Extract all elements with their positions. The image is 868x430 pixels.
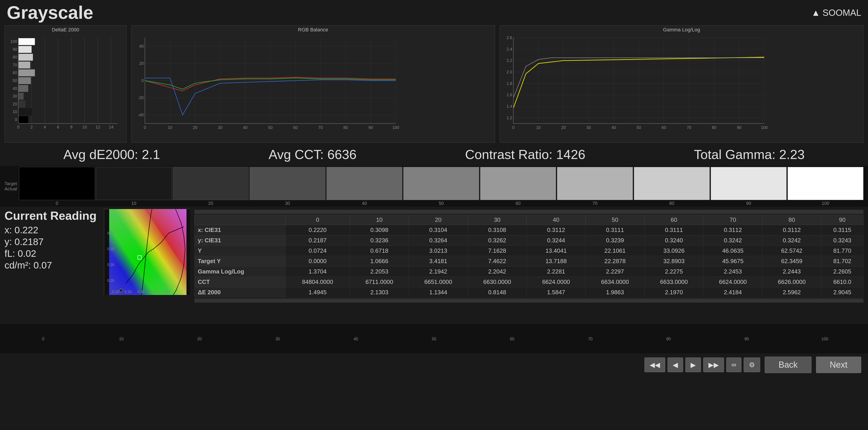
filmstrip-item[interactable]: 0 — [4, 336, 82, 341]
table-cell: 6651.0000 — [409, 277, 468, 287]
table-row: x: CIE310.22200.30980.31040.31080.31120.… — [195, 225, 864, 235]
filmstrip-label: 0 — [42, 337, 44, 341]
table-cell: 32.8903 — [645, 256, 704, 266]
table-cell: 7.1628 — [468, 246, 527, 256]
gamma-chart-title: Gamma Log/Log — [500, 26, 863, 33]
table-cell: 13.4041 — [527, 246, 586, 256]
table-row: Gamma Log/Log1.37042.20532.19422.20422.2… — [195, 266, 864, 277]
table-header: 0 — [285, 215, 350, 225]
current-reading-title: Current Reading — [4, 209, 99, 223]
table-cell: 81.770 — [821, 246, 863, 256]
swatch-box — [634, 167, 710, 200]
table-cell: 1.0666 — [350, 256, 409, 266]
header: Grayscale ▲ SOOMAL — [0, 0, 868, 25]
table-header — [195, 215, 285, 225]
table-cell: 2.2275 — [645, 266, 704, 277]
scroll-bar-top[interactable] — [194, 210, 864, 214]
filmstrip-item[interactable]: 80 — [630, 336, 707, 341]
swatches-row: Target Actual 0102030405060708090100 — [0, 166, 868, 207]
back-button[interactable]: Back — [765, 357, 811, 373]
swatch-item: 50 — [403, 166, 479, 207]
filmstrip-item[interactable]: 70 — [552, 336, 629, 341]
scroll-bar-bottom[interactable] — [194, 299, 864, 303]
table-cell: 2.1942 — [409, 266, 468, 277]
filmstrip-label: 10 — [119, 337, 124, 341]
nav-row: ◀◀ ◀ ▶ ▶▶ ∞ ⚙ Back Next — [0, 354, 868, 376]
settings-button[interactable]: ⚙ — [744, 358, 760, 372]
reading-fl: fL: 0.02 — [4, 248, 99, 259]
table-header: 10 — [350, 215, 409, 225]
table-cell: 0.3112 — [762, 225, 821, 235]
loop-button[interactable]: ∞ — [726, 358, 741, 372]
table-cell: 6624.0000 — [704, 277, 763, 287]
table-cell: 0.3111 — [645, 225, 704, 235]
filmstrip-item[interactable]: 20 — [161, 336, 238, 341]
filmstrip-item[interactable]: 90 — [708, 336, 785, 341]
table-cell: 1.9863 — [585, 287, 645, 298]
charts-row: DeltaE 2000 RGB Balance Gamma Log/Log — [0, 25, 868, 143]
filmstrip-item[interactable]: 10 — [83, 336, 160, 341]
table-cell: 6633.0000 — [645, 277, 704, 287]
contrast-ratio: Contrast Ratio: 1426 — [465, 147, 585, 162]
table-header: 40 — [527, 215, 586, 225]
table-row: ΔE 20001.49452.13031.13440.81481.58471.9… — [195, 287, 864, 298]
swatch-item: 70 — [557, 166, 633, 207]
swatch-label: 0 — [56, 200, 58, 207]
table-cell: 0.3239 — [585, 235, 645, 246]
table-cell: 0.3108 — [468, 225, 527, 235]
play-prev-button[interactable]: ◀ — [668, 358, 683, 372]
table-cell: 22.1061 — [585, 246, 645, 256]
table-row: y: CIE310.21870.32360.32640.32620.32440.… — [195, 235, 864, 246]
table-cell: 45.9675 — [704, 256, 763, 266]
table-cell: 0.0000 — [285, 256, 350, 266]
rewind-button[interactable]: ◀◀ — [645, 358, 665, 372]
filmstrip-item[interactable]: 40 — [317, 336, 395, 341]
swatch-item: 10 — [96, 166, 172, 207]
table-cell: 6634.0000 — [585, 277, 645, 287]
swatch-box — [480, 167, 556, 200]
filmstrip-item[interactable]: 50 — [395, 336, 473, 341]
reading-y: y: 0.2187 — [4, 236, 99, 247]
table-header: 90 — [821, 215, 863, 225]
table-cell: 0.3240 — [645, 235, 704, 246]
swatch-label: 70 — [592, 200, 597, 207]
swatch-box — [403, 167, 479, 200]
table-cell: 62.3459 — [762, 256, 821, 266]
filmstrip-item[interactable]: 30 — [239, 336, 316, 341]
swatch-box — [19, 167, 95, 200]
avg-cct: Avg CCT: 6636 — [269, 147, 356, 162]
swatch-label: 80 — [669, 200, 674, 207]
table-cell: 81.702 — [821, 256, 863, 266]
table-cell: 6610.0 — [821, 277, 863, 287]
filmstrip-label: 100 — [822, 337, 828, 341]
logo: ▲ SOOMAL — [811, 8, 861, 18]
filmstrip-label: 80 — [666, 337, 671, 341]
table-cell: 0.3244 — [527, 235, 586, 246]
swatch-box — [250, 167, 326, 200]
table-cell: 1.5847 — [527, 287, 586, 298]
table-cell: 6711.0000 — [350, 277, 409, 287]
deltae-chart-title: DeltaE 2000 — [5, 26, 126, 33]
table-cell: 0.3098 — [350, 225, 409, 235]
rgb-chart-title: RGB Balance — [131, 26, 495, 33]
swatch-box — [557, 167, 633, 200]
stats-row: Avg dE2000: 2.1 Avg CCT: 6636 Contrast R… — [0, 143, 868, 166]
table-cell: 0.2187 — [285, 235, 350, 246]
fast-forward-button[interactable]: ▶▶ — [703, 358, 724, 372]
data-table-wrap: 0102030405060708090x: CIE310.22200.30980… — [194, 209, 864, 322]
table-cell: 2.4184 — [704, 287, 763, 298]
swatch-box — [711, 167, 786, 200]
filmstrip-label: 20 — [197, 337, 202, 341]
filmstrip-label: 30 — [275, 337, 280, 341]
filmstrip-item[interactable]: 100 — [786, 336, 864, 341]
logo-text: SOOMAL — [823, 8, 861, 18]
table-cell: 0.3112 — [704, 225, 763, 235]
play-next-button[interactable]: ▶ — [685, 358, 701, 372]
filmstrip-item[interactable]: 60 — [473, 336, 551, 341]
table-cell: 13.7188 — [527, 256, 586, 266]
next-button[interactable]: Next — [816, 357, 861, 373]
total-gamma: Total Gamma: 2.23 — [694, 147, 805, 162]
table-cell: 2.2443 — [762, 266, 821, 277]
reading-cdm2: cd/m²: 0.07 — [4, 260, 99, 271]
table-cell: 0.3242 — [704, 235, 763, 246]
